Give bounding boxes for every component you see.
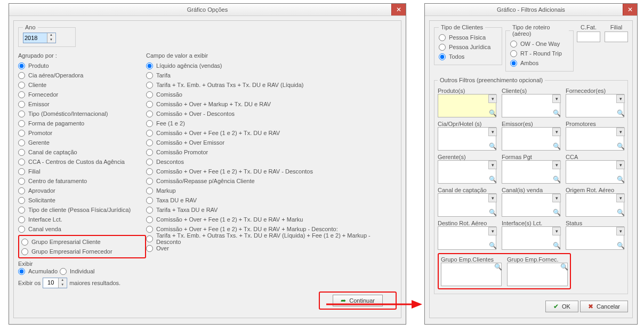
radio-option[interactable]: Descontos — [146, 157, 397, 167]
search-add-icon[interactable]: 🔍 — [489, 242, 497, 249]
picker-icon[interactable]: ▾ — [488, 194, 497, 202]
close-icon[interactable]: ✕ — [391, 4, 406, 15]
radio-option[interactable]: Cia aérea/Operadora — [18, 70, 146, 80]
radio-option[interactable]: Tarifa — [146, 70, 397, 80]
filter-input[interactable]: ▾🔍 — [566, 127, 624, 151]
filial-input[interactable] — [605, 31, 628, 42]
search-add-icon[interactable]: 🔍 — [553, 242, 561, 249]
radio-option[interactable]: Canal venda — [18, 224, 146, 234]
continuar-button[interactable]: ➦ Continuar — [333, 295, 383, 306]
filter-input[interactable]: ▾🔍 — [566, 226, 624, 250]
radio-pf[interactable]: Pessoa Física — [439, 33, 497, 42]
radio-option[interactable]: Comissão + Over - Descontos — [146, 109, 397, 119]
radio-option[interactable]: Tipo de cliente (Pessoa Física/Jurídica) — [18, 205, 146, 215]
picker-icon[interactable]: ▾ — [488, 128, 497, 136]
radio-option[interactable]: Comissão + Over + Fee (1 e 2) + Tx. DU e… — [146, 215, 397, 224]
filter-input[interactable]: ▾🔍 — [502, 160, 560, 184]
radio-ow[interactable]: OW - One Way — [510, 39, 569, 49]
filter-input[interactable]: ▾🔍 — [502, 94, 560, 117]
search-add-icon[interactable]: 🔍 — [553, 109, 561, 117]
radio-option[interactable]: Solicitante — [18, 195, 146, 205]
search-add-icon[interactable]: 🔍 — [560, 263, 568, 271]
radio-option[interactable]: Grupo Empresarial Fornecedor — [21, 247, 143, 256]
radio-option[interactable]: Comissão + Over + Fee (1 e 2) + Tx. DU e… — [146, 167, 397, 176]
picker-icon[interactable]: ▾ — [552, 94, 561, 103]
cfat-input[interactable] — [577, 31, 600, 42]
radio-option[interactable]: Tarifa + Taxa DU e RAV — [146, 205, 397, 215]
radio-ambos[interactable]: Ambos — [510, 58, 569, 68]
picker-icon[interactable]: ▾ — [488, 94, 497, 103]
ano-input[interactable] — [23, 33, 47, 43]
cancel-button[interactable]: ✖ Cancelar — [580, 301, 628, 312]
filter-input[interactable]: ▾🔍 — [438, 193, 496, 217]
radio-option[interactable]: Tipo (Doméstico/Internacional) — [18, 109, 146, 119]
radio-pj[interactable]: Pessoa Jurídica — [439, 42, 497, 52]
spinner-buttons-2[interactable]: ▲ ▼ — [58, 278, 66, 288]
search-add-icon[interactable]: 🔍 — [489, 209, 497, 216]
radio-option[interactable]: Promotor — [18, 128, 146, 138]
picker-icon[interactable]: ▾ — [488, 161, 497, 169]
picker-icon[interactable]: ▾ — [552, 161, 561, 169]
radio-option[interactable]: Filial — [18, 167, 146, 176]
picker-icon[interactable]: ▾ — [552, 128, 561, 136]
search-add-icon[interactable]: 🔍 — [617, 176, 625, 183]
radio-option[interactable]: Tarifa + Tx. Emb. + Outras Txs. + Tx. DU… — [146, 234, 397, 243]
radio-option[interactable]: Aprovador — [18, 186, 146, 195]
picker-icon[interactable]: ▾ — [616, 194, 625, 202]
radio-option[interactable]: Taxa DU e RAV — [146, 195, 397, 205]
filter-input[interactable]: ▾🔍 — [566, 193, 624, 217]
picker-icon[interactable]: ▾ — [488, 227, 497, 235]
radio-option[interactable]: Comissão — [146, 90, 397, 99]
chevron-down-icon[interactable]: ▼ — [59, 283, 66, 288]
search-add-icon[interactable]: 🔍 — [553, 143, 561, 150]
picker-icon[interactable]: ▾ — [552, 227, 561, 235]
picker-icon[interactable]: ▾ — [616, 94, 625, 103]
radio-option[interactable]: Gerente — [18, 138, 146, 147]
filter-input[interactable]: ▾🔍 — [438, 160, 496, 184]
radio-option[interactable]: Fornecedor — [18, 90, 146, 99]
radio-option[interactable]: Fee (1 e 2) — [146, 119, 397, 128]
filter-input[interactable]: ▾🔍 — [502, 193, 560, 217]
chevron-up-icon[interactable]: ▲ — [59, 278, 66, 283]
ok-button[interactable]: ✔ OK — [545, 301, 578, 312]
close-icon[interactable]: ✕ — [623, 4, 637, 15]
radio-option[interactable]: Comissão + Over Emissor — [146, 138, 397, 147]
radio-option[interactable]: Comissão + Over + Markup + Tx. DU e RAV — [146, 99, 397, 109]
radio-option[interactable]: Líquido agência (vendas) — [146, 61, 397, 70]
radio-option[interactable]: Cliente — [18, 80, 146, 90]
search-add-icon[interactable]: 🔍 — [489, 143, 497, 150]
radio-option[interactable]: Markup — [146, 186, 397, 195]
filter-input[interactable]: ▾🔍 — [438, 226, 496, 250]
radio-option[interactable]: Comissão/Repasse p/Agência Cliente — [146, 176, 397, 186]
radio-option[interactable]: Interface Lct. — [18, 215, 146, 224]
search-add-icon[interactable]: 🔍 — [617, 109, 625, 117]
search-add-icon[interactable]: 🔍 — [553, 176, 561, 183]
picker-icon[interactable]: ▾ — [616, 227, 625, 235]
radio-option[interactable]: Grupo Empresarial Cliente — [21, 237, 143, 247]
search-add-icon[interactable]: 🔍 — [489, 109, 497, 117]
picker-icon[interactable]: ▾ — [616, 128, 625, 136]
radio-option[interactable]: Forma de pagamento — [18, 119, 146, 128]
search-add-icon[interactable]: 🔍 — [553, 209, 561, 216]
exibir-n-input[interactable] — [43, 278, 58, 287]
picker-icon[interactable]: ▾ — [552, 194, 561, 202]
picker-icon[interactable]: ▾ — [616, 161, 625, 169]
radio-option[interactable]: Over — [146, 243, 397, 253]
radio-option[interactable]: Comissão + Over + Fee (1 e 2) + Tx. DU e… — [146, 128, 397, 138]
filter-input[interactable]: ▾🔍 — [566, 160, 624, 184]
filter-input[interactable]: ▾🔍 — [566, 94, 624, 117]
spinner-buttons[interactable]: ▲ ▼ — [47, 33, 55, 43]
search-add-icon[interactable]: 🔍 — [494, 263, 502, 271]
filter-input[interactable]: ▾🔍 — [438, 94, 496, 117]
radio-option[interactable]: Comissão Promotor — [146, 147, 397, 157]
radio-rt[interactable]: RT - Round Trip — [510, 49, 569, 58]
filter-input[interactable]: ▾🔍 — [502, 226, 560, 250]
search-add-icon[interactable]: 🔍 — [617, 143, 625, 150]
radio-option[interactable]: Canal de captação — [18, 147, 146, 157]
filter-input[interactable]: ▾🔍 — [502, 127, 560, 151]
radio-acumulado[interactable]: Acumulado — [18, 267, 58, 275]
filter-input[interactable]: ▾🔍 — [438, 127, 496, 151]
input-grupo-emp-clientes[interactable]: 🔍 — [441, 263, 502, 286]
radio-todos[interactable]: Todos — [439, 52, 497, 61]
chevron-up-icon[interactable]: ▲ — [47, 33, 55, 38]
